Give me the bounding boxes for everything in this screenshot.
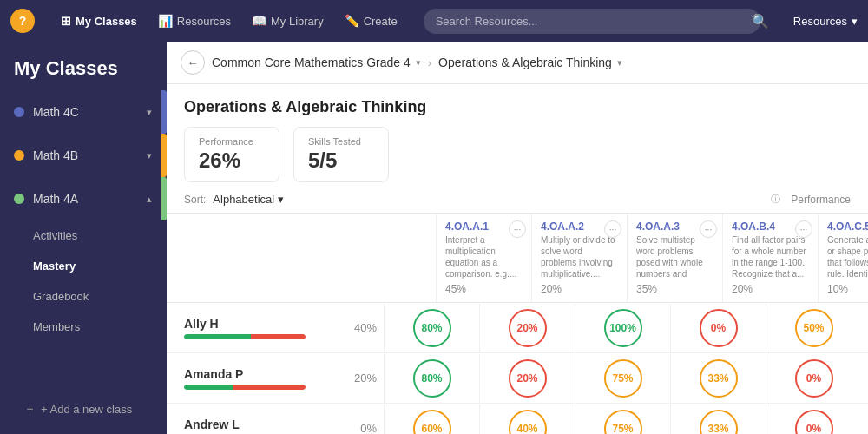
score-circle-1-1: 20% (509, 359, 547, 398)
sidebar-sub-mastery[interactable]: Mastery (0, 251, 167, 281)
student-name-1: Amanda P (184, 367, 330, 381)
standards-header: 4.OA.A.1 ··· Interpret a multiplication … (167, 214, 868, 303)
nav-create[interactable]: ✏️ Create (336, 9, 406, 33)
search-input[interactable] (424, 9, 760, 34)
strand-breadcrumb[interactable]: Operations & Algebraic Thinking ▾ (438, 56, 622, 69)
top-nav: ? ⊞ My Classes 📊 Resources 📖 My Library … (0, 0, 868, 42)
plus-icon: ＋ (24, 401, 36, 417)
score-cell-2-4[interactable]: 0% (766, 404, 861, 435)
std-more-btn-0[interactable]: ··· (509, 220, 526, 238)
score-cell-0-4[interactable]: 50% (766, 304, 861, 352)
score-circle-1-3: 33% (700, 359, 738, 398)
score-circle-0-2: 100% (604, 309, 642, 347)
score-cell-1-4[interactable]: 0% (766, 354, 861, 403)
std-more-btn-1[interactable]: ··· (604, 220, 621, 238)
score-cell-2-3[interactable]: 33% (670, 404, 766, 435)
resources-icon: 📊 (158, 14, 173, 28)
score-circle-0-4: 50% (795, 309, 833, 347)
score-circle-2-1: 40% (509, 410, 547, 435)
score-circle-1-4: 0% (795, 359, 833, 398)
nav-links: ⊞ My Classes 📊 Resources 📖 My Library ✏️… (52, 9, 406, 33)
score-circle-1-0: 80% (413, 359, 451, 398)
student-row-0[interactable]: Ally H40%80%20%100%0%50% (167, 303, 868, 353)
back-button[interactable]: ← (181, 50, 205, 75)
sort-row: Sort: Alphabetical ▾ ⓘ Performance (184, 193, 851, 213)
score-cell-1-1[interactable]: 20% (479, 354, 575, 403)
color-bar-math4b (161, 134, 167, 177)
student-row-2[interactable]: Andrew L0%60%40%75%33%0% (167, 404, 868, 434)
info-icon[interactable]: ⓘ (771, 193, 780, 206)
sort-dropdown[interactable]: Alphabetical ▾ (213, 193, 284, 206)
std-col-0: 4.OA.A.1 ··· Interpret a multiplication … (436, 214, 531, 302)
sidebar-title: My Classes (0, 42, 167, 90)
chevron-down-sort: ▾ (278, 193, 284, 206)
performance-card: Performance 26% (184, 127, 279, 182)
sidebar-sub-members[interactable]: Members (0, 312, 167, 342)
score-cell-0-3[interactable]: 0% (670, 304, 766, 352)
student-name-0: Ally H (184, 317, 330, 331)
search-icon: 🔍 (752, 13, 769, 30)
std-col-3: 4.OA.B.4 ··· Find all factor pairs for a… (722, 214, 818, 302)
resources-dropdown-btn[interactable]: Resources ▾ (793, 15, 858, 28)
mastery-area: Operations & Algebraic Thinking Performa… (167, 84, 868, 434)
content-area: ← Common Core Mathematics Grade 4 ▾ › Op… (167, 42, 868, 434)
create-icon: ✏️ (345, 14, 359, 28)
student-row-1[interactable]: Amanda P20%80%20%75%33%0% (167, 353, 868, 404)
score-cell-2-0[interactable]: 60% (384, 404, 479, 435)
score-cell-1-2[interactable]: 75% (575, 354, 670, 403)
class-dot-math4a (14, 194, 24, 204)
sidebar: My Classes Math 4C ▾ Math 4B ▾ Math 4A ▴… (0, 42, 167, 434)
sidebar-item-math4b[interactable]: Math 4B ▾ (0, 134, 167, 177)
name-col-header (167, 214, 392, 302)
student-rows: Ally H40%80%20%100%0%50%Amanda P20%80%20… (167, 303, 868, 434)
grid-container: 4.OA.A.1 ··· Interpret a multiplication … (167, 214, 868, 434)
student-perf-2: 0% (340, 422, 384, 434)
sidebar-item-math4c[interactable]: Math 4C ▾ (0, 90, 167, 134)
summary-title: Operations & Algebraic Thinking (184, 98, 851, 116)
score-cell-1-3[interactable]: 33% (670, 354, 766, 403)
breadcrumb-bar: ← Common Core Mathematics Grade 4 ▾ › Op… (167, 42, 868, 84)
progress-bar-fill-0 (184, 334, 306, 339)
grid-icon: ⊞ (61, 14, 71, 28)
color-bar-math4c (161, 90, 167, 134)
nav-my-classes[interactable]: ⊞ My Classes (52, 9, 146, 33)
chevron-down-icon-bc: ▾ (416, 57, 421, 69)
score-cell-0-1[interactable]: 20% (479, 304, 575, 352)
sidebar-sub-gradebook[interactable]: Gradebook (0, 281, 167, 312)
std-col-1: 4.OA.A.2 ··· Multiply or divide to solve… (531, 214, 627, 302)
student-name-2: Andrew L (184, 418, 330, 431)
class-breadcrumb[interactable]: Common Core Mathematics Grade 4 ▾ (212, 56, 421, 69)
chevron-down-icon: ▾ (852, 15, 858, 28)
std-more-btn-3[interactable]: ··· (795, 220, 812, 238)
student-info-1: Amanda P (167, 360, 340, 397)
student-info-2: Andrew L (167, 411, 340, 435)
class-dot-math4c (14, 107, 24, 117)
main-area: My Classes Math 4C ▾ Math 4B ▾ Math 4A ▴… (0, 42, 868, 434)
score-circle-0-3: 0% (700, 309, 738, 347)
score-cell-0-2[interactable]: 100% (575, 304, 670, 352)
score-circle-0-0: 80% (413, 309, 451, 347)
add-class-button[interactable]: ＋ + Add a new class (14, 394, 153, 424)
summary-row: Operations & Algebraic Thinking Performa… (167, 84, 868, 214)
sidebar-sub-activities[interactable]: Activities (0, 220, 167, 251)
score-cell-2-1[interactable]: 40% (479, 404, 575, 435)
std-col-2: 4.OA.A.3 ··· Solve multistep word proble… (627, 214, 722, 302)
student-perf-0: 40% (340, 321, 384, 334)
score-circle-1-2: 75% (604, 359, 642, 398)
summary-cards: Performance 26% Skills Tested 5/5 (184, 127, 851, 182)
sidebar-item-math4a[interactable]: Math 4A ▴ (0, 177, 167, 220)
score-cell-1-0[interactable]: 80% (384, 354, 479, 403)
progress-bar-bg-1 (184, 385, 306, 390)
breadcrumb-separator: › (428, 56, 431, 69)
score-cell-2-2[interactable]: 75% (575, 404, 670, 435)
nav-my-library[interactable]: 📖 My Library (243, 9, 332, 33)
score-circle-0-1: 20% (509, 309, 547, 347)
score-cell-0-0[interactable]: 80% (384, 304, 479, 352)
nav-resources[interactable]: 📊 Resources (149, 9, 240, 33)
score-circle-2-2: 75% (604, 410, 642, 435)
logo: ? (10, 9, 35, 33)
student-perf-1: 20% (340, 372, 384, 385)
std-col-4: 4.OA.C.5 ··· Generate a number or shape … (818, 214, 868, 302)
progress-bar-bg-0 (184, 334, 306, 339)
std-more-btn-2[interactable]: ··· (700, 220, 717, 238)
